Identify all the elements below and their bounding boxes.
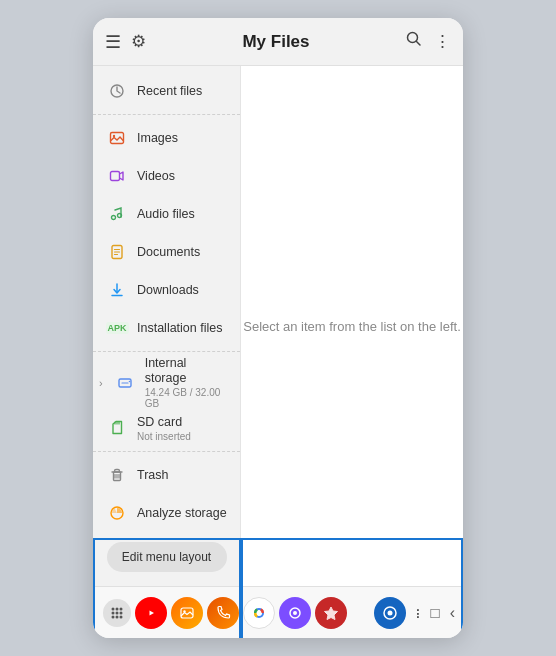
trash-icon: [107, 465, 127, 485]
sidebar-item-label: Videos: [137, 169, 175, 184]
sidebar: Recent files Images: [93, 66, 241, 586]
sidebar-item-trash[interactable]: Trash: [93, 456, 240, 494]
svg-point-25: [112, 607, 115, 610]
svg-point-30: [120, 611, 123, 614]
sidebar-item-label: Audio files: [137, 207, 195, 222]
youtube-icon[interactable]: [135, 597, 167, 629]
svg-line-1: [417, 42, 421, 46]
analyze-icon: [107, 503, 127, 523]
sdcard-icon: [107, 418, 127, 438]
back-nav-icon[interactable]: ‹: [450, 604, 455, 622]
top-bar-left: ☰ ⚙: [105, 31, 146, 53]
gallery-icon[interactable]: [171, 597, 203, 629]
more-options-icon[interactable]: ⋮: [434, 31, 451, 52]
sidebar-item-label: Downloads: [137, 283, 199, 298]
videos-icon: [107, 166, 127, 186]
top-bar: ☰ ⚙ My Files ⋮: [93, 18, 463, 66]
sidebar-item-label: Installation files: [137, 321, 222, 336]
svg-point-29: [116, 611, 119, 614]
svg-point-40: [257, 610, 262, 615]
sidebar-item-sd-card[interactable]: SD card Not inserted: [93, 409, 240, 447]
sdcard-text: SD card Not inserted: [137, 415, 191, 442]
svg-marker-43: [325, 607, 338, 620]
hamburger-icon[interactable]: ☰: [105, 31, 121, 53]
phone-icon[interactable]: [207, 597, 239, 629]
sidebar-item-analyze[interactable]: Analyze storage: [93, 494, 240, 532]
storage-text: Internal storage 14.24 GB / 32.00 GB: [145, 356, 228, 409]
bixby-icon[interactable]: [279, 597, 311, 629]
sidebar-item-downloads[interactable]: Downloads: [93, 271, 240, 309]
right-panel: Select an item from the list on the left…: [241, 66, 463, 586]
documents-icon: [107, 242, 127, 262]
sidebar-item-internal-storage[interactable]: › Internal storage 14.24 GB / 32.00 GB: [93, 356, 240, 409]
edit-menu-button[interactable]: Edit menu layout: [107, 542, 227, 572]
svg-point-32: [116, 615, 119, 618]
recent-nav-icon[interactable]: ⫶: [414, 605, 421, 621]
right-taskbar: ⫶ □ ‹: [374, 597, 455, 629]
sidebar-item-label: Documents: [137, 245, 200, 260]
sidebar-item-label: Trash: [137, 468, 169, 483]
sidebar-item-documents[interactable]: Documents: [93, 233, 240, 271]
sidebar-item-label: Analyze storage: [137, 506, 227, 521]
sdcard-sublabel: Not inserted: [137, 431, 191, 442]
main-content: Recent files Images: [93, 66, 463, 586]
sidebar-item-images[interactable]: Images: [93, 119, 240, 157]
svg-rect-5: [111, 172, 120, 181]
app-icons: [103, 597, 347, 629]
store-icon[interactable]: [315, 597, 347, 629]
home-nav-icon[interactable]: □: [431, 604, 440, 621]
sidebar-item-label: Recent files: [137, 84, 202, 99]
sidebar-item-recent-files[interactable]: Recent files: [93, 72, 240, 110]
phone-frame: ☰ ⚙ My Files ⋮: [93, 18, 463, 638]
nav-icons: ⫶ □ ‹: [414, 604, 455, 622]
svg-point-6: [112, 216, 116, 220]
app-grid-icon[interactable]: [103, 599, 131, 627]
divider-1: [93, 114, 240, 115]
apk-badge: APK: [106, 322, 129, 334]
svg-point-16: [128, 380, 130, 382]
sidebar-item-audio[interactable]: Audio files: [93, 195, 240, 233]
divider-3: [93, 451, 240, 452]
sdcard-label: SD card: [137, 415, 191, 430]
storage-label: Internal storage: [145, 356, 228, 386]
storage-icon: [115, 373, 135, 393]
sidebar-item-label: Images: [137, 131, 178, 146]
empty-state-message: Select an item from the list on the left…: [243, 319, 461, 334]
page-title: My Files: [146, 32, 406, 52]
storage-sublabel: 14.24 GB / 32.00 GB: [145, 387, 228, 409]
svg-point-42: [293, 611, 297, 615]
audio-icon: [107, 204, 127, 224]
chevron-icon: ›: [99, 377, 103, 389]
search-icon[interactable]: [406, 31, 422, 52]
sidebar-item-videos[interactable]: Videos: [93, 157, 240, 195]
top-bar-right: ⋮: [406, 31, 451, 52]
sidebar-item-installation[interactable]: APK Installation files: [93, 309, 240, 347]
divider-2: [93, 351, 240, 352]
svg-point-31: [112, 615, 115, 618]
svg-point-28: [112, 611, 115, 614]
svg-point-27: [120, 607, 123, 610]
svg-point-33: [120, 615, 123, 618]
svg-point-26: [116, 607, 119, 610]
samsung-icon[interactable]: [374, 597, 406, 629]
svg-point-7: [118, 214, 122, 218]
chrome-icon[interactable]: [243, 597, 275, 629]
images-icon: [107, 128, 127, 148]
recent-icon: [107, 81, 127, 101]
bottom-taskbar: ⫶ □ ‹: [93, 586, 463, 638]
apk-icon: APK: [107, 318, 127, 338]
svg-point-45: [387, 610, 392, 615]
downloads-icon: [107, 280, 127, 300]
settings-icon[interactable]: ⚙: [131, 31, 146, 52]
